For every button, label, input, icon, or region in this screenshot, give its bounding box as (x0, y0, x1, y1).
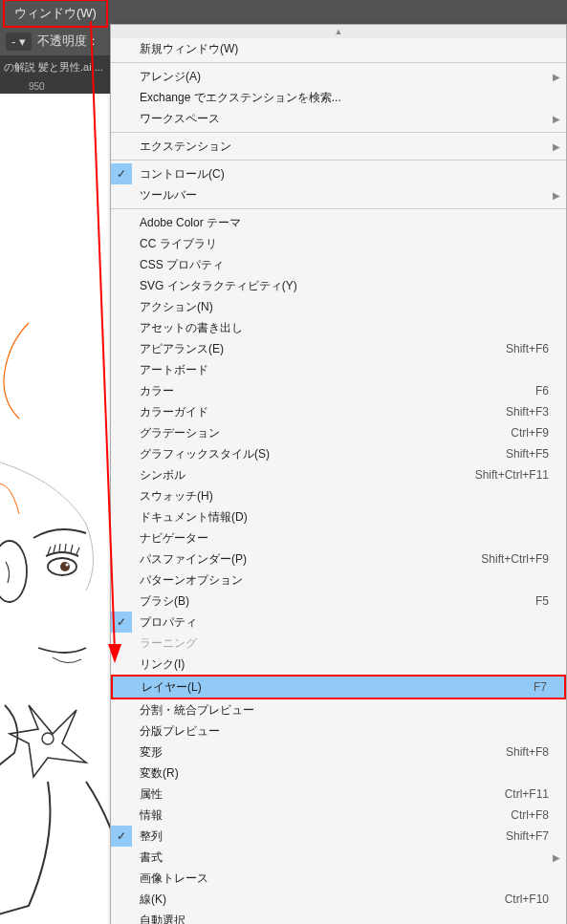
menu-item-2[interactable]: アレンジ(A)▶ (111, 66, 566, 87)
menu-item-13[interactable]: CSS プロパティ (111, 254, 566, 275)
menu-separator (111, 208, 566, 209)
menu-item-label: パスファインダー(P) (140, 551, 481, 568)
menu-item-label: Adobe Color テーマ (140, 215, 549, 231)
checkmark-icon: ✓ (111, 612, 132, 633)
menu-item-label: コントロール(C) (140, 166, 549, 183)
menu-item-42[interactable]: 画像トレース (111, 868, 566, 889)
menu-item-label: アートボード (140, 362, 549, 378)
menu-item-34[interactable]: 分割・統合プレビュー (111, 699, 566, 720)
menu-item-label: CSS プロパティ (140, 257, 549, 273)
menu-item-label: 整列 (140, 828, 506, 845)
menu-item-shortcut: Shift+F8 (506, 745, 549, 759)
menu-item-11[interactable]: Adobe Color テーマ (111, 212, 566, 233)
menu-item-label: 分割・統合プレビュー (140, 702, 549, 719)
menu-item-9[interactable]: ツールバー▶ (111, 184, 566, 205)
menu-item-label: 線(K) (140, 892, 505, 908)
menu-item-label: ブラシ(B) (140, 593, 535, 610)
menu-item-12[interactable]: CC ライブラリ (111, 233, 566, 254)
menu-item-shortcut: Shift+F7 (506, 829, 549, 843)
menu-separator (111, 132, 566, 133)
menu-item-18[interactable]: アートボード (111, 359, 566, 380)
chevron-down-icon: ▾ (19, 34, 26, 49)
menu-item-21[interactable]: グラデーションCtrl+F9 (111, 422, 566, 443)
menu-item-label: Exchange でエクステンションを検索... (140, 90, 549, 106)
menu-item-6[interactable]: エクステンション▶ (111, 136, 566, 157)
menu-item-0[interactable]: 新規ウィンドウ(W) (111, 38, 566, 59)
menu-item-44[interactable]: 自動選択 (111, 910, 566, 924)
menu-item-label: シンボル (140, 467, 475, 483)
menu-item-32[interactable]: リンク(I) (111, 654, 566, 675)
menu-item-28[interactable]: パターンオプション (111, 569, 566, 591)
submenu-arrow-icon: ▶ (553, 114, 560, 124)
menu-item-label: CC ライブラリ (140, 236, 549, 252)
menu-item-15[interactable]: アクション(N) (111, 296, 566, 317)
window-menu-tab[interactable]: ウィンドウ(W) (3, 0, 108, 28)
menu-item-label: 属性 (140, 786, 505, 803)
submenu-arrow-icon: ▶ (553, 141, 560, 152)
submenu-arrow-icon: ▶ (553, 852, 560, 863)
menu-item-33[interactable]: レイヤー(L)F7 (111, 675, 566, 699)
menu-item-40[interactable]: ✓整列Shift+F7 (111, 826, 566, 847)
menu-item-label: リンク(I) (140, 656, 549, 673)
menu-item-shortcut: F6 (535, 384, 549, 398)
menu-item-4[interactable]: ワークスペース▶ (111, 108, 566, 129)
menu-item-shortcut: Shift+F5 (506, 447, 549, 461)
submenu-arrow-icon: ▶ (553, 72, 560, 82)
menu-item-37[interactable]: 変数(R) (111, 763, 566, 784)
top-menu-bar: ウィンドウ(W) (0, 0, 567, 27)
menu-item-38[interactable]: 属性Ctrl+F11 (111, 784, 566, 805)
menu-item-shortcut: F5 (535, 594, 549, 608)
menu-item-22[interactable]: グラフィックスタイル(S)Shift+F5 (111, 443, 566, 464)
menu-item-label: 新規ウィンドウ(W) (140, 41, 549, 57)
menu-item-shortcut: Shift+F6 (506, 342, 549, 355)
menu-item-24[interactable]: スウォッチ(H) (111, 485, 566, 506)
menu-item-label: アセットの書き出し (140, 320, 549, 336)
menu-item-label: 書式 (140, 849, 549, 866)
svg-point-3 (0, 541, 27, 602)
menu-item-27[interactable]: パスファインダー(P)Shift+Ctrl+F9 (111, 548, 566, 569)
menu-item-29[interactable]: ブラシ(B)F5 (111, 591, 566, 612)
menu-item-43[interactable]: 線(K)Ctrl+F10 (111, 889, 566, 910)
checkmark-icon: ✓ (111, 163, 132, 184)
menu-item-25[interactable]: ドキュメント情報(D) (111, 506, 566, 527)
menu-item-label: グラフィックスタイル(S) (140, 446, 506, 462)
menu-item-41[interactable]: 書式▶ (111, 847, 566, 868)
menu-item-20[interactable]: カラーガイドShift+F3 (111, 401, 566, 422)
menu-item-26[interactable]: ナビゲーター (111, 527, 566, 548)
submenu-arrow-icon: ▶ (553, 190, 560, 201)
menu-item-shortcut: Shift+Ctrl+F11 (475, 468, 549, 482)
menu-item-label: ナビゲーター (140, 530, 549, 547)
menu-item-17[interactable]: アピアランス(E)Shift+F6 (111, 338, 566, 359)
opacity-label: 不透明度： (37, 32, 99, 50)
menu-item-23[interactable]: シンボルShift+Ctrl+F11 (111, 464, 566, 485)
menu-item-14[interactable]: SVG インタラクティビティ(Y) (111, 275, 566, 296)
menu-item-label: ワークスペース (140, 111, 549, 127)
svg-point-4 (42, 733, 54, 744)
menu-item-label: SVG インタラクティビティ(Y) (140, 278, 549, 294)
menu-item-shortcut: F7 (534, 680, 547, 694)
menu-item-30[interactable]: ✓プロパティ (111, 612, 566, 633)
menu-item-label: 情報 (140, 807, 511, 824)
menu-item-label: カラー (140, 383, 535, 399)
menu-item-35[interactable]: 分版プレビュー (111, 720, 566, 741)
menu-scroll-up[interactable]: ▲ (111, 25, 566, 38)
menu-item-shortcut: Ctrl+F8 (511, 808, 549, 822)
dash-dropdown[interactable]: - ▾ (6, 32, 32, 51)
menu-item-39[interactable]: 情報Ctrl+F8 (111, 805, 566, 826)
svg-point-2 (66, 564, 69, 567)
window-menu-dropdown: ▲ 新規ウィンドウ(W)アレンジ(A)▶Exchange でエクステンションを検… (110, 24, 567, 924)
menu-item-label: アクション(N) (140, 299, 549, 315)
menu-item-19[interactable]: カラーF6 (111, 380, 566, 401)
menu-item-label: パターンオプション (140, 572, 549, 589)
menu-item-3[interactable]: Exchange でエクステンションを検索... (111, 87, 566, 108)
menu-item-label: 変形 (140, 744, 506, 761)
menu-item-shortcut: Ctrl+F10 (505, 892, 549, 906)
menu-item-36[interactable]: 変形Shift+F8 (111, 741, 566, 763)
file-tab[interactable]: の解説 髪と男性.ai ... (4, 60, 103, 75)
menu-item-8[interactable]: ✓コントロール(C) (111, 163, 566, 184)
menu-item-label: 画像トレース (140, 870, 549, 887)
dash-dropdown-label: - (11, 34, 15, 49)
canvas[interactable] (0, 94, 110, 924)
menu-item-16[interactable]: アセットの書き出し (111, 317, 566, 338)
menu-item-shortcut: Ctrl+F11 (505, 787, 549, 801)
